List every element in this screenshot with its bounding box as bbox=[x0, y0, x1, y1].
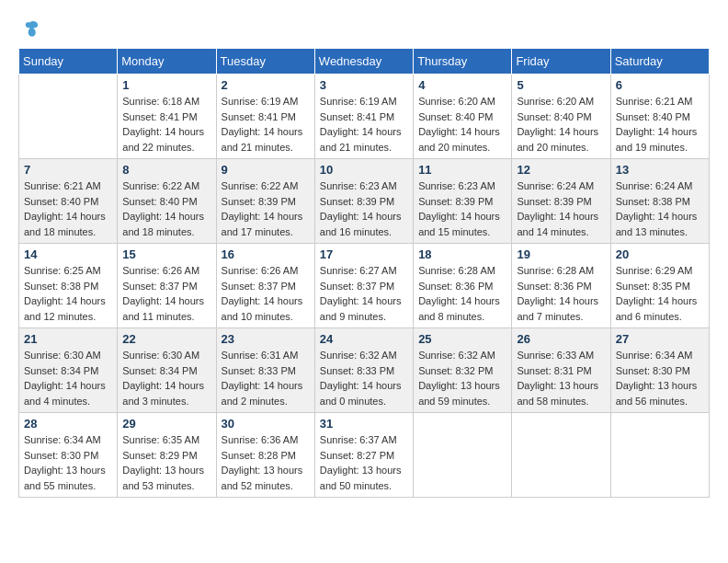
day-info-line: Daylight: 14 hours bbox=[222, 295, 303, 306]
calendar-day-cell: 15Sunrise: 6:26 AMSunset: 8:37 PMDayligh… bbox=[118, 244, 216, 328]
day-number: 23 bbox=[222, 332, 310, 346]
day-info-line: Sunset: 8:40 PM bbox=[517, 111, 591, 122]
day-number: 15 bbox=[122, 247, 210, 261]
day-info-line: Sunset: 8:31 PM bbox=[517, 365, 591, 376]
day-info-line: Sunrise: 6:22 AM bbox=[122, 180, 199, 191]
day-info-line: Sunrise: 6:23 AM bbox=[418, 180, 495, 191]
day-info-line: and 14 minutes. bbox=[517, 226, 588, 237]
day-info-line: and 16 minutes. bbox=[320, 226, 392, 237]
day-info-line: and 6 minutes. bbox=[616, 311, 682, 322]
day-info-line: and 21 minutes. bbox=[320, 142, 392, 153]
calendar-day-cell: 9Sunrise: 6:22 AMSunset: 8:39 PMDaylight… bbox=[216, 159, 314, 244]
day-info: Sunrise: 6:34 AMSunset: 8:30 PMDaylight:… bbox=[616, 348, 704, 408]
day-info-line: and 13 minutes. bbox=[616, 226, 688, 237]
day-info: Sunrise: 6:34 AMSunset: 8:30 PMDaylight:… bbox=[24, 432, 112, 493]
day-info-line: Daylight: 14 hours bbox=[320, 211, 402, 222]
day-info-line: and 10 minutes. bbox=[222, 311, 293, 322]
day-info-line: Sunrise: 6:37 AM bbox=[320, 434, 397, 445]
day-info-line: Daylight: 14 hours bbox=[24, 211, 106, 222]
day-info-line: Sunset: 8:36 PM bbox=[418, 281, 493, 292]
page-header bbox=[18, 18, 710, 39]
day-info-line: Daylight: 14 hours bbox=[418, 295, 500, 306]
day-info: Sunrise: 6:28 AMSunset: 8:36 PMDaylight:… bbox=[517, 263, 605, 324]
day-info-line: Daylight: 14 hours bbox=[122, 211, 204, 222]
calendar-day-cell: 2Sunrise: 6:19 AMSunset: 8:41 PMDaylight… bbox=[216, 75, 314, 159]
day-info-line: Sunset: 8:40 PM bbox=[24, 196, 98, 207]
day-number: 5 bbox=[517, 78, 605, 92]
logo-bird-icon bbox=[20, 18, 40, 39]
day-info: Sunrise: 6:19 AMSunset: 8:41 PMDaylight:… bbox=[222, 94, 310, 155]
calendar-day-cell: 18Sunrise: 6:28 AMSunset: 8:36 PMDayligh… bbox=[414, 244, 512, 328]
day-info: Sunrise: 6:24 AMSunset: 8:38 PMDaylight:… bbox=[616, 178, 704, 239]
day-info-line: Daylight: 14 hours bbox=[122, 380, 204, 391]
calendar-week-row: 28Sunrise: 6:34 AMSunset: 8:30 PMDayligh… bbox=[19, 413, 710, 498]
day-info-line: Sunrise: 6:26 AM bbox=[122, 265, 199, 276]
day-info: Sunrise: 6:26 AMSunset: 8:37 PMDaylight:… bbox=[122, 263, 210, 324]
day-number: 11 bbox=[418, 163, 506, 177]
calendar-day-cell: 14Sunrise: 6:25 AMSunset: 8:38 PMDayligh… bbox=[19, 244, 118, 328]
day-info-line: Daylight: 14 hours bbox=[616, 295, 698, 306]
day-info-line: and 15 minutes. bbox=[418, 226, 490, 237]
day-info: Sunrise: 6:30 AMSunset: 8:34 PMDaylight:… bbox=[122, 348, 210, 408]
day-info-line: and 11 minutes. bbox=[122, 311, 194, 322]
calendar-week-row: 1Sunrise: 6:18 AMSunset: 8:41 PMDaylight… bbox=[19, 75, 710, 159]
day-info-line: and 4 minutes. bbox=[24, 396, 90, 407]
day-info-line: and 21 minutes. bbox=[222, 142, 293, 153]
day-info-line: Daylight: 13 hours bbox=[222, 465, 303, 476]
day-info: Sunrise: 6:31 AMSunset: 8:33 PMDaylight:… bbox=[222, 348, 310, 408]
day-number: 24 bbox=[320, 332, 408, 346]
calendar-day-cell: 20Sunrise: 6:29 AMSunset: 8:35 PMDayligh… bbox=[610, 244, 709, 328]
day-number: 1 bbox=[122, 78, 210, 92]
day-info-line: and 59 minutes. bbox=[418, 396, 490, 407]
day-info-line: Daylight: 14 hours bbox=[517, 295, 598, 306]
day-info-line: Sunset: 8:41 PM bbox=[320, 111, 394, 122]
day-info-line: Sunset: 8:34 PM bbox=[24, 365, 98, 376]
day-number: 17 bbox=[320, 247, 408, 261]
calendar-empty-cell bbox=[19, 75, 118, 159]
day-info: Sunrise: 6:32 AMSunset: 8:33 PMDaylight:… bbox=[320, 348, 408, 408]
day-number: 28 bbox=[24, 417, 112, 431]
day-info-line: Daylight: 14 hours bbox=[418, 211, 500, 222]
day-number: 29 bbox=[122, 417, 210, 431]
day-number: 14 bbox=[24, 247, 112, 261]
day-info-line: and 20 minutes. bbox=[517, 142, 588, 153]
day-info-line: Sunrise: 6:22 AM bbox=[222, 180, 299, 191]
day-info-line: Daylight: 14 hours bbox=[122, 295, 204, 306]
logo bbox=[18, 18, 40, 39]
day-info-line: Sunrise: 6:26 AM bbox=[222, 265, 299, 276]
weekday-header-monday: Monday bbox=[118, 49, 216, 75]
day-info: Sunrise: 6:22 AMSunset: 8:39 PMDaylight:… bbox=[222, 178, 310, 239]
day-info-line: Sunset: 8:37 PM bbox=[222, 281, 296, 292]
day-number: 13 bbox=[616, 163, 704, 177]
day-number: 9 bbox=[222, 163, 310, 177]
weekday-header-friday: Friday bbox=[512, 49, 610, 75]
calendar-week-row: 7Sunrise: 6:21 AMSunset: 8:40 PMDaylight… bbox=[19, 159, 710, 244]
calendar-day-cell: 8Sunrise: 6:22 AMSunset: 8:40 PMDaylight… bbox=[118, 159, 216, 244]
day-info: Sunrise: 6:35 AMSunset: 8:29 PMDaylight:… bbox=[122, 432, 210, 493]
day-number: 12 bbox=[517, 163, 605, 177]
day-info-line: and 52 minutes. bbox=[222, 480, 293, 491]
day-number: 25 bbox=[418, 332, 506, 346]
calendar-day-cell: 17Sunrise: 6:27 AMSunset: 8:37 PMDayligh… bbox=[314, 244, 413, 328]
day-info: Sunrise: 6:21 AMSunset: 8:40 PMDaylight:… bbox=[616, 94, 704, 155]
day-info-line: Sunset: 8:38 PM bbox=[24, 281, 98, 292]
day-info-line: Sunrise: 6:23 AM bbox=[320, 180, 397, 191]
day-info-line: Sunrise: 6:31 AM bbox=[222, 350, 299, 361]
day-number: 6 bbox=[616, 78, 704, 92]
day-info-line: Daylight: 14 hours bbox=[320, 380, 402, 391]
calendar-day-cell: 21Sunrise: 6:30 AMSunset: 8:34 PMDayligh… bbox=[19, 328, 118, 413]
day-info-line: and 22 minutes. bbox=[122, 142, 194, 153]
calendar-day-cell: 29Sunrise: 6:35 AMSunset: 8:29 PMDayligh… bbox=[118, 413, 216, 498]
day-info-line: Sunset: 8:30 PM bbox=[24, 450, 98, 461]
day-info-line: Sunset: 8:34 PM bbox=[122, 365, 197, 376]
day-info-line: Sunset: 8:33 PM bbox=[320, 365, 394, 376]
day-info: Sunrise: 6:33 AMSunset: 8:31 PMDaylight:… bbox=[517, 348, 605, 408]
day-info-line: Sunrise: 6:27 AM bbox=[320, 265, 397, 276]
day-info-line: Sunrise: 6:28 AM bbox=[517, 265, 594, 276]
day-info: Sunrise: 6:23 AMSunset: 8:39 PMDaylight:… bbox=[320, 178, 408, 239]
day-info-line: Sunset: 8:40 PM bbox=[616, 111, 690, 122]
calendar-day-cell: 16Sunrise: 6:26 AMSunset: 8:37 PMDayligh… bbox=[216, 244, 314, 328]
day-number: 26 bbox=[517, 332, 605, 346]
day-info-line: Sunrise: 6:32 AM bbox=[320, 350, 397, 361]
day-info-line: Sunrise: 6:18 AM bbox=[122, 96, 199, 107]
